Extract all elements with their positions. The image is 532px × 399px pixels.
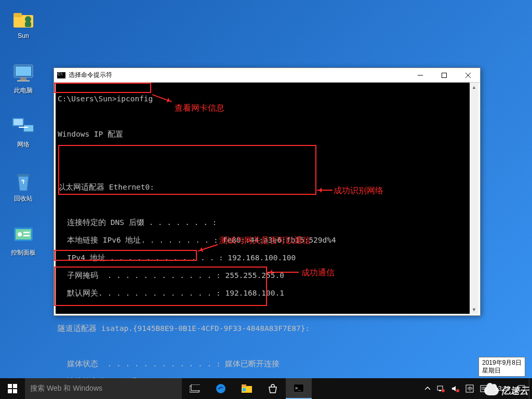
task-view-button[interactable] [182,378,208,399]
svg-rect-24 [191,384,200,391]
svg-rect-6 [20,77,26,80]
cmd-output-line: 默认网关. . . . . . . . . . . . . : 192.168.… [56,289,478,298]
svg-rect-31 [437,386,443,390]
taskbar-search[interactable]: 搜索 Web 和 Windows [25,378,182,399]
taskbar-app-edge[interactable] [208,378,234,399]
tray-volume-icon[interactable] [448,378,462,399]
vertical-scrollbar[interactable]: ▲ ▼ [470,83,478,314]
svg-rect-5 [16,66,31,76]
tooltip-date: 2019年9月8日 [482,359,522,367]
cmd-output-line: 子网掩码 . . . . . . . . . . . . : 255.255.2… [56,271,478,280]
taskbar-app-file-explorer[interactable] [234,378,260,399]
command-prompt-window: 选择命令提示符 C:\Users\Sun>ipconfig Windows IP… [54,68,481,316]
control-panel-icon [11,223,35,247]
desktop-icon-this-pc[interactable]: 此电脑 [4,61,43,95]
cmd-prompt-line: C:\Users\Sun>ipconfig [56,95,478,103]
windows-logo-icon [8,384,17,393]
tray-network-icon[interactable] [433,378,448,399]
svg-rect-18 [23,235,30,236]
svg-rect-10 [14,119,23,125]
cmd-output-line: 媒体状态 . . . . . . . . . . . . : 媒体已断开连接 [56,360,478,368]
scroll-down-button[interactable]: ▼ [470,305,478,314]
taskbar-date-tooltip: 2019年9月8日 星期日 [478,357,525,377]
svg-rect-27 [242,384,246,387]
taskbar-spacer [312,378,422,399]
cmd-icon [57,72,65,78]
recycle-bin-icon [11,169,35,193]
icon-label: 网络 [4,140,43,149]
svg-rect-7 [17,80,30,82]
cmd-output-line: IPv4 地址 . . . . . . . . . . . . : 192.16… [56,254,478,262]
svg-rect-32 [439,390,441,391]
terminal-output[interactable]: C:\Users\Sun>ipconfig Windows IP 配置 以太网适… [56,83,478,314]
svg-text:>_: >_ [295,385,301,391]
search-placeholder: 搜索 Web 和 Windows [30,384,102,393]
cmd-output-line: 以太网适配器 Ethernet0: [56,183,478,192]
computer-icon [11,61,35,85]
tray-overflow-button[interactable] [422,378,433,399]
icon-label: Sun [4,32,43,39]
action-center-button[interactable] [514,378,529,399]
desktop: Sun 此电脑 网络 回收站 控制面板 选择命令提示符 [0,0,532,399]
cmd-output-line: 本地链接 IPv6 地址. . . . . . . . : fe80::44:a… [56,236,478,245]
close-button[interactable] [456,68,480,82]
network-icon [11,115,35,139]
desktop-icon-control-panel[interactable]: 控制面板 [4,223,43,257]
svg-point-33 [442,389,445,392]
icon-label: 此电脑 [4,86,43,95]
folder-icon [11,7,35,31]
scroll-up-button[interactable]: ▲ [470,83,478,91]
svg-text:中: 中 [468,386,473,392]
cmd-output-line: Windows IP 配置 [56,130,478,139]
window-title: 选择命令提示符 [69,71,408,79]
desktop-icon-user-folder[interactable]: Sun [4,7,43,39]
start-button[interactable] [0,378,25,399]
svg-rect-1 [14,13,22,17]
cmd-output-line: 连接特定的 DNS 后缀 . . . . . . . : [56,218,478,227]
taskbar-clock[interactable]: 13:39 [490,385,514,392]
svg-rect-37 [481,385,487,392]
system-tray: 中 13:39 [422,378,532,399]
svg-point-25 [216,384,225,393]
icon-label: 控制面板 [4,248,43,257]
minimize-button[interactable] [408,68,432,82]
svg-point-2 [25,16,31,22]
desktop-icon-recycle-bin[interactable]: 回收站 [4,169,43,203]
taskbar-app-store[interactable] [260,378,286,399]
titlebar[interactable]: 选择命令提示符 [54,68,480,83]
cmd-output-line: 隧道适配器 isatap.{9145B8E9-0B1E-4CFD-9F33-48… [56,324,478,333]
svg-rect-11 [24,125,33,131]
svg-rect-13 [17,174,30,177]
taskbar: 搜索 Web 和 Windows >_ [0,378,532,399]
svg-rect-28 [243,388,246,391]
svg-rect-20 [442,73,447,77]
svg-point-34 [456,389,459,392]
tooltip-weekday: 星期日 [482,367,522,375]
desktop-icon-network[interactable]: 网络 [4,115,43,149]
svg-point-16 [18,232,22,236]
svg-rect-17 [23,232,30,233]
maximize-button[interactable] [432,68,456,82]
tray-notes-icon[interactable] [477,378,490,399]
taskbar-app-command-prompt[interactable]: >_ [286,378,312,399]
tray-ime-icon[interactable]: 中 [462,378,477,399]
show-desktop-button[interactable] [529,378,532,399]
icon-label: 回收站 [4,194,43,203]
svg-rect-3 [25,22,31,27]
